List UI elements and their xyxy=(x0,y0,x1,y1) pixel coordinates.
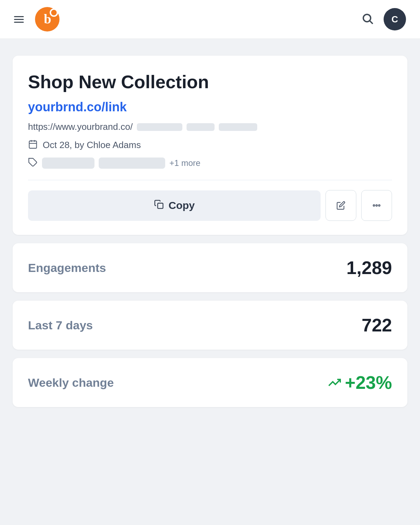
ellipsis-icon xyxy=(372,201,381,210)
logo-icon xyxy=(35,7,59,31)
copy-icon xyxy=(154,200,164,212)
header-right: C xyxy=(361,8,406,30)
copy-button[interactable]: Copy xyxy=(28,190,321,221)
url-placeholder-3 xyxy=(219,123,257,131)
engagements-value: 1,289 xyxy=(346,257,392,278)
menu-button[interactable] xyxy=(14,16,24,23)
edit-button[interactable] xyxy=(326,190,356,221)
svg-point-9 xyxy=(376,205,377,206)
url-placeholder-2 xyxy=(187,123,215,131)
svg-line-1 xyxy=(370,21,373,24)
logo xyxy=(35,7,59,31)
stat-card-last7days: Last 7 days 722 xyxy=(13,301,407,350)
full-url-text: https://www.yourbrand.co/ xyxy=(28,121,133,132)
link-tags: +1 more xyxy=(28,158,392,169)
url-placeholder-1 xyxy=(137,123,182,131)
svg-point-0 xyxy=(363,14,371,22)
stat-card-engagements: Engagements 1,289 xyxy=(13,243,407,292)
short-url[interactable]: yourbrnd.co/link xyxy=(28,100,392,114)
trend-up-icon xyxy=(328,372,341,393)
stat-card-weekly-change: Weekly change +23% xyxy=(13,358,407,407)
weekly-change-label: Weekly change xyxy=(28,376,114,390)
more-options-button[interactable] xyxy=(361,190,392,221)
last7days-label: Last 7 days xyxy=(28,318,93,332)
tag-icon xyxy=(28,158,38,169)
link-title: Shop New Collection xyxy=(28,71,392,93)
pencil-icon xyxy=(336,201,345,210)
tag-placeholder-1 xyxy=(42,158,94,169)
full-url-row: https://www.yourbrand.co/ xyxy=(28,121,392,132)
search-icon xyxy=(361,12,374,25)
engagements-label: Engagements xyxy=(28,261,106,275)
link-date: Oct 28, by Chloe Adams xyxy=(43,140,141,150)
calendar-icon xyxy=(28,139,38,150)
svg-point-8 xyxy=(373,205,374,206)
svg-rect-7 xyxy=(158,203,163,208)
tag-placeholder-2 xyxy=(99,158,165,169)
avatar[interactable]: C xyxy=(384,8,406,30)
tag-more: +1 more xyxy=(169,158,201,168)
divider xyxy=(28,180,392,180)
weekly-change-value: +23% xyxy=(328,372,392,393)
link-meta: Oct 28, by Chloe Adams xyxy=(28,139,392,150)
svg-point-10 xyxy=(378,205,380,206)
header-left xyxy=(14,7,59,31)
app-header: C xyxy=(0,0,420,39)
svg-rect-2 xyxy=(29,141,37,148)
main-content: Shop New Collection yourbrnd.co/link htt… xyxy=(0,39,420,424)
link-card: Shop New Collection yourbrnd.co/link htt… xyxy=(13,56,407,235)
last7days-value: 722 xyxy=(362,315,392,336)
search-button[interactable] xyxy=(361,12,374,26)
action-buttons: Copy xyxy=(28,190,392,221)
